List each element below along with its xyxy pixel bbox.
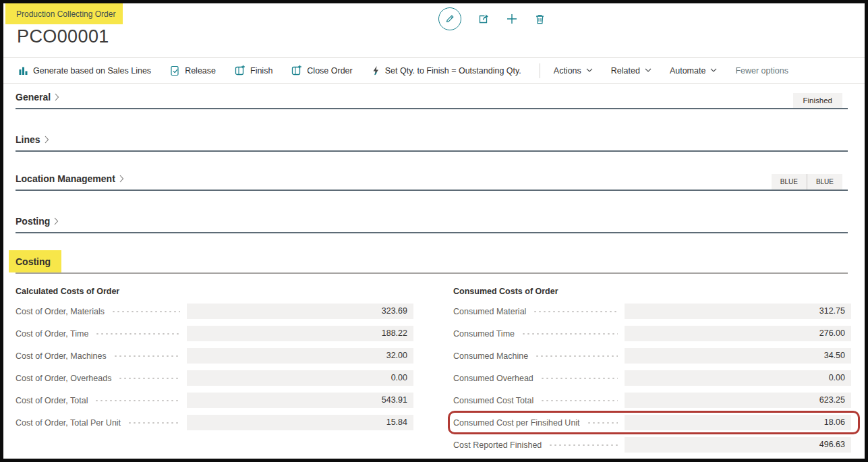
pencil-icon — [444, 13, 455, 24]
location-badges: BLUE BLUE — [772, 174, 842, 190]
share-button[interactable] — [478, 13, 490, 25]
field-value[interactable]: 0.00 — [625, 370, 851, 386]
field-row-consumed-material: Consumed Material 312.75 — [450, 304, 851, 319]
trash-icon — [534, 13, 546, 25]
edit-button[interactable] — [438, 7, 461, 30]
dotted-leader — [521, 326, 618, 341]
field-row-consumed-cost-per-finished-unit: Consumed Cost per Finsihed Unit 18.06 — [450, 415, 851, 430]
dotted-leader — [587, 415, 618, 430]
toolbar-separator — [540, 63, 540, 78]
field-value[interactable]: 312.75 — [625, 304, 851, 319]
field-row-cost-reported-finished: Cost Reported Finished 496.63 — [450, 437, 851, 453]
dotted-leader — [535, 348, 618, 364]
toolbar-action-close-order[interactable]: Close Order — [291, 65, 352, 76]
field-row-consumed-overhead: Consumed Overhead 0.00 — [450, 370, 851, 386]
field-value[interactable]: 188.22 — [187, 326, 413, 341]
dotted-leader — [118, 370, 179, 386]
dotted-leader — [540, 393, 617, 408]
field-value[interactable]: 32.00 — [187, 348, 413, 364]
section-lines-toggle[interactable]: Lines — [16, 134, 49, 145]
dotted-leader — [127, 415, 180, 430]
page-caption-highlight: Production Collecting Order — [5, 3, 123, 24]
chevron-right-icon — [45, 136, 49, 144]
chevron-right-icon — [54, 217, 59, 225]
section-posting-toggle[interactable]: Posting — [16, 216, 59, 227]
calculated-costs-header: Calculated Costs of Order — [12, 287, 413, 296]
document-check-icon — [169, 65, 180, 76]
toolbar-action-generate-based-on-sales-lines[interactable]: Generate based on Sales Lines — [18, 65, 151, 76]
action-toolbar: Generate based on Sales Lines Release Fi… — [3, 58, 865, 84]
dotted-leader — [540, 370, 618, 386]
costing-content: Calculated Costs of Order Cost of Order,… — [12, 277, 851, 459]
fewer-options-button[interactable]: Fewer options — [735, 66, 788, 76]
page-caption: Production Collecting Order — [16, 9, 115, 19]
toolbar-action-release[interactable]: Release — [169, 65, 216, 76]
field-row-cost-total-per-unit: Cost of Order, Total Per Unit 15.84 — [12, 415, 413, 430]
field-value[interactable]: 623.25 — [625, 393, 851, 408]
field-value[interactable]: 543.91 — [187, 393, 413, 408]
field-row-cost-time: Cost of Order, Time 188.22 — [12, 326, 413, 341]
status-badge[interactable]: Finished — [793, 93, 842, 108]
field-row-cost-machines: Cost of Order, Machines 32.00 — [12, 348, 413, 364]
lightning-icon — [371, 65, 380, 76]
chevron-down-icon — [586, 68, 593, 73]
new-button[interactable] — [506, 13, 518, 25]
dotted-leader — [533, 304, 617, 319]
production-collecting-order-page: Production Collecting Order PCO00001 — [0, 0, 868, 462]
consumed-costs-header: Consumed Costs of Order — [450, 287, 851, 296]
section-lines: Lines — [16, 134, 848, 152]
chevron-right-icon — [119, 175, 124, 183]
location-badge-from[interactable]: BLUE — [772, 174, 807, 190]
field-value[interactable]: 496.63 — [625, 437, 851, 453]
field-row-consumed-machine: Consumed Machine 34.50 — [450, 348, 851, 364]
section-posting: Posting — [16, 216, 848, 233]
toolbar-action-set-qty-to-finish[interactable]: Set Qty. to Finish = Outstanding Qty. — [371, 65, 521, 76]
dotted-leader — [94, 393, 179, 408]
section-costing-toggle[interactable]: Costing — [16, 256, 51, 267]
dotted-leader — [548, 437, 617, 453]
field-row-consumed-time: Consumed Time 276.00 — [450, 326, 851, 341]
page-title: PCO00001 — [17, 26, 109, 47]
section-location-management-toggle[interactable]: Location Management — [16, 173, 124, 184]
chevron-down-icon — [645, 68, 652, 73]
location-badge-to[interactable]: BLUE — [807, 174, 842, 190]
plus-icon — [506, 13, 518, 25]
consumed-costs-column: Consumed Costs of Order Consumed Materia… — [450, 277, 851, 459]
field-row-cost-overheads: Cost of Order, Overheads 0.00 — [12, 370, 413, 386]
chevron-right-icon — [55, 93, 59, 101]
field-row-cost-materials: Cost of Order, Materials 323.69 — [12, 304, 413, 319]
grid-plus-icon — [291, 65, 302, 76]
field-value[interactable]: 34.50 — [625, 348, 851, 364]
field-row-consumed-cost-total: Consumed Cost Total 623.25 — [450, 393, 851, 408]
section-general: General Finished — [16, 92, 848, 109]
field-value[interactable]: 0.00 — [187, 370, 413, 386]
field-value[interactable]: 276.00 — [625, 326, 851, 341]
calculated-costs-column: Calculated Costs of Order Cost of Order,… — [12, 277, 413, 459]
field-value[interactable]: 15.84 — [187, 415, 413, 430]
section-costing: Costing — [16, 255, 848, 274]
dotted-leader — [113, 348, 180, 364]
share-icon — [478, 13, 490, 25]
toolbar-menu-automate[interactable]: Automate — [670, 66, 718, 76]
field-value[interactable]: 18.06 — [625, 415, 851, 430]
delete-button[interactable] — [534, 13, 546, 25]
system-action-bar — [438, 7, 546, 30]
section-location-management: Location Management BLUE BLUE — [16, 173, 848, 191]
section-general-toggle[interactable]: General — [16, 92, 59, 103]
red-annotation-box: Consumed Cost per Finsihed Unit 18.06 — [450, 413, 858, 432]
costing-title-highlight: Costing — [9, 250, 61, 272]
field-value[interactable]: 323.69 — [187, 304, 413, 319]
toolbar-action-finish[interactable]: Finish — [234, 65, 272, 76]
toolbar-menu-actions[interactable]: Actions — [554, 66, 593, 76]
dotted-leader — [111, 304, 180, 319]
bar-chart-icon — [18, 65, 28, 76]
grid-plus-icon — [234, 65, 245, 76]
toolbar-menu-related[interactable]: Related — [611, 66, 652, 76]
chevron-down-icon — [710, 68, 717, 73]
field-row-cost-total: Cost of Order, Total 543.91 — [12, 393, 413, 408]
dotted-leader — [95, 326, 179, 341]
